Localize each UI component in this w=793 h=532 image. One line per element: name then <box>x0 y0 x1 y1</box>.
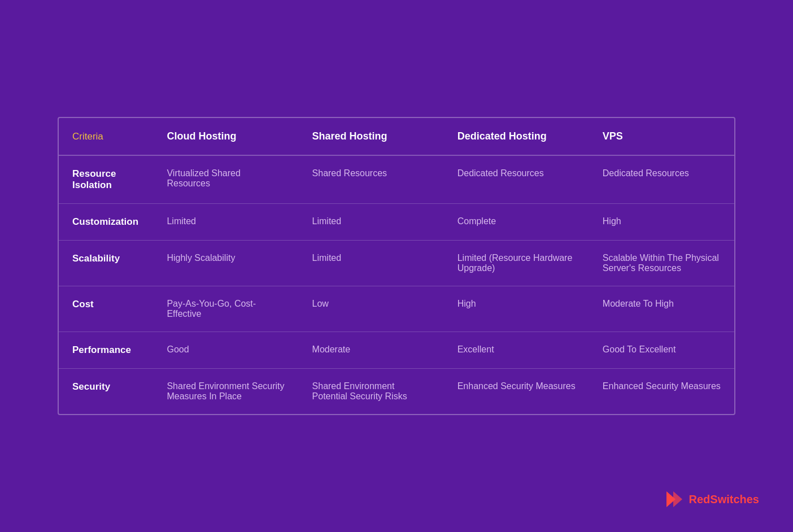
cell-dedicated-row3: High <box>444 286 589 332</box>
table-row: Resource IsolationVirtualized Shared Res… <box>59 155 734 204</box>
table-row: PerformanceGoodModerateExcellentGood To … <box>59 332 734 369</box>
logo-text: RedSwitches <box>689 493 760 506</box>
cell-dedicated-row2: Limited (Resource Hardware Upgrade) <box>444 241 589 286</box>
cell-shared-row3: Low <box>299 286 444 332</box>
cell-cloud-row0: Virtualized Shared Resources <box>153 155 298 204</box>
table-header-row: Criteria Cloud Hosting Shared Hosting De… <box>59 118 734 155</box>
cell-dedicated-row4: Excellent <box>444 332 589 369</box>
logo-white-part: Switches <box>710 493 759 505</box>
cell-cloud-row2: Highly Scalability <box>153 241 298 286</box>
table-row: CustomizationLimitedLimitedCompleteHigh <box>59 204 734 241</box>
cell-criteria-row4: Performance <box>59 332 153 369</box>
table-row: CostPay-As-You-Go, Cost-EffectiveLowHigh… <box>59 286 734 332</box>
cell-criteria-row3: Cost <box>59 286 153 332</box>
cell-cloud-row4: Good <box>153 332 298 369</box>
logo-red-part: Red <box>689 493 711 505</box>
cell-criteria-row2: Scalability <box>59 241 153 286</box>
svg-marker-1 <box>673 491 682 507</box>
cell-criteria-row5: Security <box>59 369 153 415</box>
header-vps: VPS <box>589 118 734 155</box>
table-row: ScalabilityHighly ScalabilityLimitedLimi… <box>59 241 734 286</box>
cell-vps-row0: Dedicated Resources <box>589 155 734 204</box>
cell-dedicated-row1: Complete <box>444 204 589 241</box>
cell-shared-row5: Shared Environment Potential Security Ri… <box>299 369 444 415</box>
header-cloud: Cloud Hosting <box>153 118 298 155</box>
redswitches-icon <box>664 489 685 509</box>
cell-vps-row4: Good To Excellent <box>589 332 734 369</box>
cell-shared-row0: Shared Resources <box>299 155 444 204</box>
cell-vps-row5: Enhanced Security Measures <box>589 369 734 415</box>
cell-vps-row3: Moderate To High <box>589 286 734 332</box>
cell-criteria-row0: Resource Isolation <box>59 155 153 204</box>
header-criteria: Criteria <box>59 118 153 155</box>
cell-cloud-row5: Shared Environment Security Measures In … <box>153 369 298 415</box>
logo-area: RedSwitches <box>664 489 760 509</box>
cell-shared-row4: Moderate <box>299 332 444 369</box>
comparison-table: Criteria Cloud Hosting Shared Hosting De… <box>58 117 735 415</box>
header-dedicated: Dedicated Hosting <box>444 118 589 155</box>
cell-dedicated-row5: Enhanced Security Measures <box>444 369 589 415</box>
table-row: SecurityShared Environment Security Meas… <box>59 369 734 415</box>
cell-cloud-row1: Limited <box>153 204 298 241</box>
cell-shared-row1: Limited <box>299 204 444 241</box>
cell-vps-row1: High <box>589 204 734 241</box>
cell-criteria-row1: Customization <box>59 204 153 241</box>
cell-vps-row2: Scalable Within The Physical Server's Re… <box>589 241 734 286</box>
cell-dedicated-row0: Dedicated Resources <box>444 155 589 204</box>
header-shared: Shared Hosting <box>299 118 444 155</box>
cell-shared-row2: Limited <box>299 241 444 286</box>
cell-cloud-row3: Pay-As-You-Go, Cost-Effective <box>153 286 298 332</box>
